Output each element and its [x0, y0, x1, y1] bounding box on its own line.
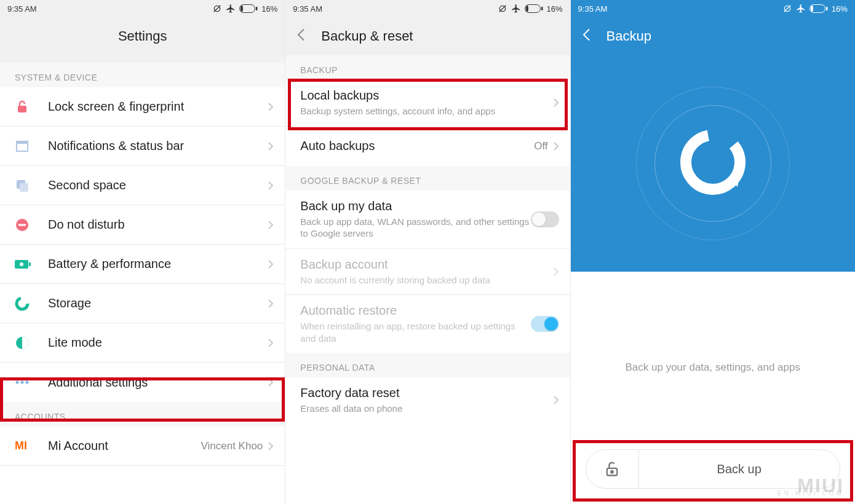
lite-mode-icon [15, 336, 48, 350]
row-label: Additional settings [48, 376, 268, 390]
svg-rect-24 [541, 7, 543, 10]
chevron-right-icon [553, 395, 559, 405]
row-label: Second space [48, 178, 268, 192]
page-title: Backup [606, 28, 651, 44]
backup-description: Back up your data, settings, and apps [571, 272, 855, 374]
airplane-icon [226, 4, 236, 14]
back-button[interactable] [582, 27, 591, 46]
back-button[interactable] [296, 27, 305, 46]
row-second-space[interactable]: Second space [0, 166, 285, 205]
row-value: Off [534, 140, 547, 152]
chevron-right-icon [553, 141, 559, 151]
row-label: Lock screen & fingerprint [48, 100, 268, 114]
svg-rect-9 [20, 183, 28, 192]
row-label: Back up my data [300, 199, 530, 213]
row-backup-account: Backup account No account is currently s… [285, 249, 570, 296]
toggle-automatic-restore [531, 316, 559, 332]
battery-text: 16% [547, 4, 563, 14]
svg-point-14 [20, 262, 23, 266]
section-header-personal: PERSONAL DATA [285, 353, 570, 377]
row-mi-account[interactable]: MI Mi Account Vincent Khoo [0, 427, 285, 466]
vibrate-icon [782, 4, 792, 14]
airplane-icon [796, 4, 806, 14]
chevron-right-icon [553, 267, 559, 277]
row-label: Mi Account [48, 439, 201, 453]
vibrate-icon [212, 4, 222, 14]
row-label: Storage [48, 296, 268, 310]
row-battery-performance[interactable]: Battery & performance [0, 245, 285, 284]
row-label: Automatic restore [300, 304, 530, 318]
row-label: Factory data reset [300, 386, 552, 400]
row-label: Auto backups [300, 139, 534, 153]
row-automatic-restore: Automatic restore When reinstalling an a… [285, 295, 570, 353]
battery-icon [239, 4, 258, 13]
screen-backup: 9:35 AM 16% Backup Back up your data, se… [570, 0, 855, 504]
chevron-right-icon [268, 377, 274, 387]
svg-point-18 [21, 381, 24, 384]
row-subtitle: Backup system settings, account info, an… [300, 105, 552, 117]
toggle-backup-my-data[interactable] [531, 211, 559, 227]
row-subtitle: No account is currently storing backed u… [300, 274, 552, 286]
svg-point-17 [16, 381, 19, 384]
backup-reset-list: BACKUP Local backups Backup system setti… [285, 55, 570, 504]
chevron-right-icon [553, 98, 559, 108]
backup-button-label: Back up [639, 450, 840, 488]
row-subtitle: Erases all data on phone [300, 403, 552, 415]
chevron-right-icon [268, 259, 274, 269]
section-header-backup: BACKUP [285, 55, 570, 80]
screen-backup-reset: 9:35 AM 16% Backup & reset BACKUP Local … [285, 0, 570, 504]
battery-icon [525, 4, 543, 13]
row-subtitle: Back up app data, WLAN passwords, and ot… [300, 216, 530, 240]
section-header-accounts: ACCOUNTS [0, 402, 285, 427]
row-storage[interactable]: Storage [0, 284, 285, 323]
battery-icon [809, 4, 828, 13]
row-additional-settings[interactable]: Additional settings [0, 363, 285, 402]
status-bar: 9:35 AM 16% [571, 0, 855, 17]
chevron-right-icon [268, 220, 274, 230]
row-lock-screen[interactable]: Lock screen & fingerprint [0, 87, 285, 127]
status-time: 9:35 AM [578, 4, 608, 14]
header-settings: Settings [0, 17, 285, 55]
second-space-icon [15, 178, 48, 193]
svg-rect-23 [526, 6, 528, 12]
chevron-right-icon [268, 181, 274, 191]
svg-rect-13 [29, 262, 31, 266]
row-factory-reset[interactable]: Factory data reset Erases all data on ph… [285, 377, 570, 423]
svg-rect-29 [826, 7, 828, 10]
backup-footer: Back up [571, 434, 855, 504]
lock-icon [15, 100, 48, 114]
row-local-backups[interactable]: Local backups Backup system settings, ac… [285, 80, 570, 127]
section-header-google: GOOGLE BACKUP & RESET [285, 166, 570, 191]
storage-icon [15, 296, 48, 311]
header-backup: Backup [571, 17, 855, 55]
unlock-icon[interactable] [586, 450, 639, 488]
row-auto-backups[interactable]: Auto backups Off [285, 127, 570, 166]
svg-rect-11 [18, 224, 26, 226]
row-label: Notifications & status bar [48, 139, 268, 153]
row-label: Backup account [300, 258, 552, 272]
section-header-system: SYSTEM & DEVICE [0, 63, 285, 87]
row-do-not-disturb[interactable]: Do not disturb [0, 205, 285, 245]
status-icons: 16% [782, 4, 848, 14]
svg-point-15 [17, 298, 28, 309]
status-bar: 9:35 AM 16% [0, 0, 285, 17]
backup-hero [571, 55, 855, 272]
backup-button[interactable]: Back up [586, 449, 840, 489]
row-label: Do not disturb [48, 218, 268, 232]
row-label: Local backups [300, 89, 552, 103]
page-title: Backup & reset [321, 28, 413, 44]
row-label: Battery & performance [48, 257, 268, 271]
page-title: Settings [118, 28, 167, 44]
screen-settings: 9:35 AM 16% Settings SYSTEM & DEVICE [0, 0, 285, 504]
svg-rect-3 [241, 6, 243, 12]
row-backup-my-data[interactable]: Back up my data Back up app data, WLAN p… [285, 191, 570, 249]
svg-rect-5 [18, 106, 26, 112]
row-lite-mode[interactable]: Lite mode [0, 323, 285, 363]
battery-text: 16% [832, 4, 848, 14]
battery-perf-icon [15, 258, 48, 270]
row-label: Lite mode [48, 336, 268, 350]
more-icon [15, 380, 48, 385]
row-notifications[interactable]: Notifications & status bar [0, 127, 285, 166]
notification-bar-icon [15, 139, 48, 154]
svg-point-32 [611, 471, 613, 473]
